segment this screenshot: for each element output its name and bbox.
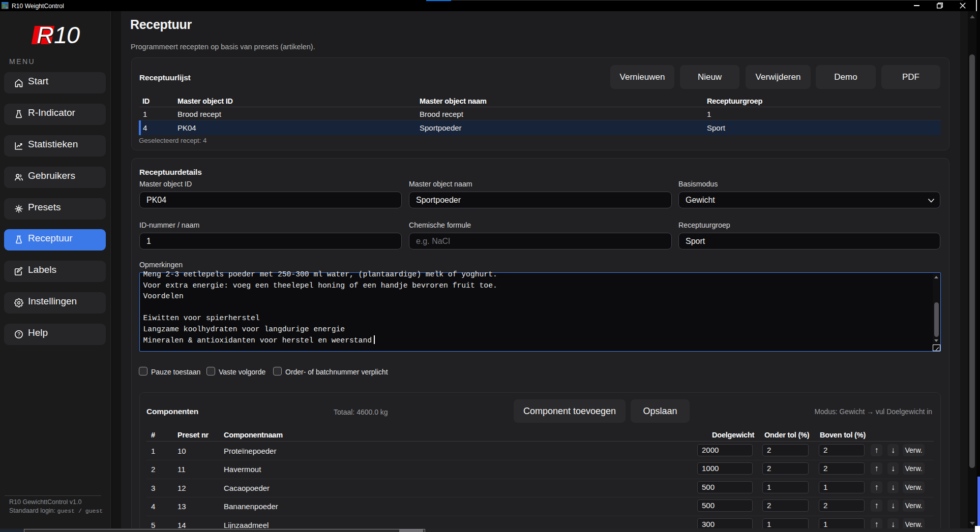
svg-text:?: ? (17, 332, 20, 337)
